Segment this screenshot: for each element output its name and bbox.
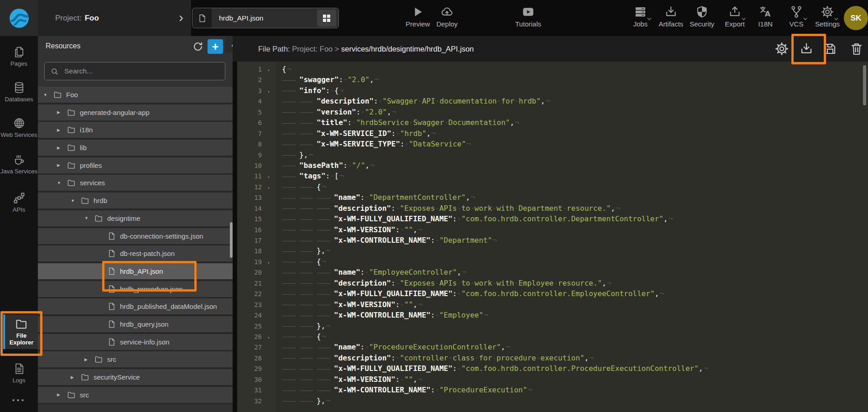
file-icon bbox=[192, 8, 212, 28]
sidebar-item-label: Web Services bbox=[1, 131, 37, 138]
line-end-marker: ¬ bbox=[668, 214, 673, 223]
menu-vcs[interactable]: VCS bbox=[782, 5, 811, 28]
code-line: 21"description":·"Exposes·APIs·to·work·w… bbox=[237, 278, 868, 288]
menu-settings[interactable]: Settings bbox=[811, 5, 844, 28]
menu-label: Security bbox=[690, 20, 714, 28]
caret-right-icon[interactable]: ▶ bbox=[57, 110, 67, 115]
tree-item-label: i18n bbox=[80, 126, 93, 134]
menu-label: Preview bbox=[405, 20, 430, 28]
menu-deploy[interactable]: Deploy bbox=[433, 5, 461, 28]
delete-button[interactable] bbox=[849, 42, 864, 56]
tree-item-profiles[interactable]: ▶profiles bbox=[38, 157, 233, 173]
code-line: 25},¬ bbox=[237, 321, 868, 331]
open-file-name[interactable]: hrdb_API.json bbox=[212, 8, 315, 28]
line-number: 5 bbox=[237, 107, 262, 118]
caret-right-icon[interactable]: ▶ bbox=[57, 163, 67, 167]
sidebar-item-logs[interactable]: Logs bbox=[0, 359, 38, 387]
menu-i18n[interactable]: AI18N bbox=[753, 5, 778, 28]
tree-item-securityservice[interactable]: ▶securityService bbox=[38, 369, 233, 385]
tree-scrollbar-thumb[interactable] bbox=[230, 222, 233, 258]
code-text: "name":·"EmployeeController",¬ bbox=[282, 268, 466, 276]
menu-export[interactable]: Export bbox=[721, 5, 749, 28]
sidebar-item-web-services[interactable]: Web Services bbox=[0, 114, 38, 141]
tree-item-hrdb-published-datamodel-json[interactable]: hrdb_published_dataModel.json bbox=[38, 298, 233, 314]
line-end-marker: ¬ bbox=[471, 193, 475, 202]
code-text: },¬ bbox=[282, 246, 330, 255]
code-text: "x-WM-CONTROLLER_NAME":·"ProcedureExecut… bbox=[282, 386, 532, 394]
sidebar-item-java-services[interactable]: Java Services bbox=[0, 150, 38, 178]
folder-icon bbox=[67, 391, 76, 399]
save-button[interactable] bbox=[823, 42, 837, 56]
line-end-marker: ¬ bbox=[374, 75, 379, 84]
tree-item-designtime[interactable]: ▼designtime bbox=[38, 210, 233, 226]
menu-security[interactable]: Security bbox=[686, 5, 718, 28]
tree-item-src[interactable]: ▶src bbox=[38, 351, 233, 367]
line-end-marker: ¬ bbox=[616, 204, 620, 213]
menu-artifacts[interactable]: Artifacts bbox=[654, 5, 688, 28]
sidebar-item-apis[interactable]: APIs bbox=[0, 188, 38, 216]
file-tree: ▼Foo▶generated-angular-app▶i18n▶lib▶prof… bbox=[38, 87, 233, 404]
code-text: "name":·"DepartmentController",¬ bbox=[282, 193, 475, 202]
caret-right-icon[interactable]: ▶ bbox=[57, 392, 67, 397]
logs-icon bbox=[13, 362, 26, 375]
editor-scrollbar-thumb[interactable] bbox=[863, 65, 866, 105]
menu-preview[interactable]: Preview bbox=[404, 5, 431, 28]
caret-right-icon[interactable]: ▶ bbox=[57, 146, 67, 150]
code-line: 24"x-WM-CONTROLLER_NAME":·"Employee"¬ bbox=[237, 310, 868, 320]
code-text: "x-WM-SERVICE_ID":·"hrdb",¬ bbox=[282, 129, 436, 138]
sidebar-item-pages[interactable]: Pages bbox=[0, 42, 38, 70]
line-end-marker: ¬ bbox=[392, 108, 396, 116]
jobs-icon bbox=[634, 5, 647, 19]
code-line: 27"name":·"ProcedureExecutionController"… bbox=[237, 342, 868, 352]
caret-down-icon[interactable]: ▼ bbox=[84, 216, 94, 220]
file-tab-grid-button[interactable] bbox=[315, 8, 338, 28]
more-options-icon[interactable]: ●●● bbox=[0, 397, 38, 402]
tree-item-label: designtime bbox=[107, 214, 140, 222]
tree-item-i18n[interactable]: ▶i18n bbox=[38, 122, 233, 138]
download-button[interactable] bbox=[799, 42, 814, 56]
tree-item-generated-angular-app[interactable]: ▶generated-angular-app bbox=[38, 104, 233, 120]
tree-item-db-connection-settings-json[interactable]: db-connection-settings.json bbox=[38, 228, 233, 244]
tree-item-hrdb-query-json[interactable]: hrdb_query.json bbox=[38, 316, 233, 332]
refresh-button[interactable] bbox=[192, 41, 204, 52]
tree-item-services[interactable]: ▼services bbox=[38, 175, 233, 191]
code-line: 19▾{¬ bbox=[237, 256, 868, 267]
code-text: "x-WM-VERSION":·"",¬ bbox=[282, 225, 422, 234]
tree-item-hrdb-procedure-json[interactable]: hrdb_procedure.json bbox=[38, 281, 233, 297]
tree-item-db-rest-patch-json[interactable]: db-rest-patch.json bbox=[38, 245, 233, 261]
tree-item-service-info-json[interactable]: service-info.json bbox=[38, 334, 233, 350]
line-end-marker: ¬ bbox=[506, 343, 510, 351]
line-end-marker: ¬ bbox=[493, 236, 497, 245]
search-input[interactable] bbox=[63, 67, 219, 76]
code-text: "x-WM-VERSION":·"",¬ bbox=[282, 300, 422, 309]
line-end-marker: ¬ bbox=[418, 375, 422, 384]
open-file-tab[interactable]: hrdb_API.json bbox=[192, 8, 339, 28]
line-number: 31 bbox=[237, 385, 262, 396]
sidebar-item-file-explorer[interactable]: File Explorer bbox=[3, 314, 38, 349]
caret-right-icon[interactable]: ▶ bbox=[71, 375, 81, 380]
line-end-marker: ¬ bbox=[326, 396, 330, 405]
tree-item-src[interactable]: ▶src bbox=[38, 387, 233, 403]
caret-down-icon[interactable]: ▼ bbox=[43, 93, 53, 97]
editor-settings-button[interactable] bbox=[774, 42, 789, 56]
sidebar-item-databases[interactable]: Databases bbox=[0, 78, 38, 106]
tree-item-foo[interactable]: ▼Foo bbox=[38, 87, 233, 103]
tree-item-lib[interactable]: ▶lib bbox=[38, 140, 233, 156]
app-logo[interactable] bbox=[0, 0, 38, 36]
menu-label: Artifacts bbox=[659, 20, 683, 28]
tree-item-hrdb-api-json[interactable]: hrdb_API.json bbox=[38, 263, 233, 279]
caret-down-icon[interactable]: ▼ bbox=[71, 198, 81, 203]
line-number: 17 bbox=[237, 235, 262, 246]
line-number: 18 bbox=[237, 246, 262, 256]
caret-right-icon[interactable]: ▶ bbox=[57, 128, 67, 132]
caret-down-icon[interactable]: ▼ bbox=[57, 181, 67, 185]
caret-right-icon[interactable]: ▶ bbox=[84, 357, 94, 362]
tree-item-hrdb[interactable]: ▼hrdb bbox=[38, 193, 233, 209]
add-resource-button[interactable]: + bbox=[208, 39, 223, 54]
user-avatar[interactable]: SK bbox=[844, 6, 868, 30]
menu-jobs[interactable]: Jobs bbox=[626, 5, 655, 28]
code-editor[interactable]: 1▾{¬2"swagger":·"2.0",¬3▾"info":·{¬4"des… bbox=[237, 62, 868, 412]
pages-icon bbox=[13, 46, 26, 58]
menu-tutorials[interactable]: Tutorials bbox=[509, 5, 547, 28]
export-icon bbox=[728, 5, 742, 19]
